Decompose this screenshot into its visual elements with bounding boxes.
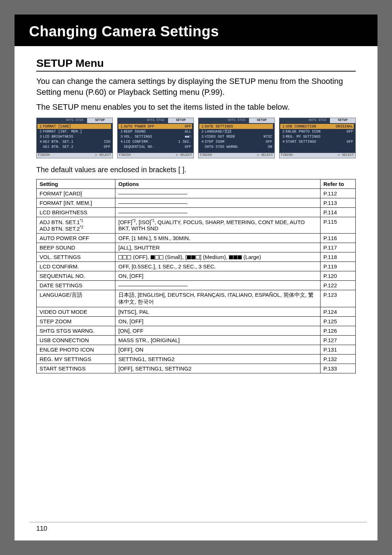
cell-setting: FORMAT [INT. MEM.]: [37, 198, 115, 207]
cell-refer: P.132: [320, 354, 356, 364]
screenshot-tab: SHTG STGS: [143, 118, 168, 123]
cell-setting: REG. MY SETTINGS: [37, 354, 115, 364]
cell-options: MASS STR., [ORIGINAL]: [115, 335, 320, 345]
cell-options: [OFF], ON: [115, 345, 320, 354]
table-row: SEQUENTIAL NO.ON, [OFF]P.120: [37, 271, 356, 280]
cell-setting: SHTG STGS WARNG.: [37, 326, 115, 335]
table-row: FORMAT [CARD]P.112: [37, 189, 356, 198]
screenshot-tab: [279, 118, 305, 123]
cell-refer: P.120: [320, 271, 356, 280]
intro-paragraph-1: You can change the camera settings by di…: [36, 76, 356, 97]
screenshot-menu-row: ADJ BTN. SET.2OFF: [37, 144, 111, 149]
cell-options: [OFF], SETTING1, SETTING2: [115, 364, 320, 373]
chapter-title: Changing Camera Settings: [29, 23, 363, 40]
cell-options: ON, [OFF]: [115, 271, 320, 280]
footer-rule: [29, 522, 367, 522]
screenshot-menu-row: SEQUENTIAL NO.OFF: [118, 144, 192, 149]
cell-refer: P.118: [320, 252, 356, 262]
cell-refer: P.113: [320, 198, 356, 207]
screenshot-footer-left: FINISH: [38, 153, 50, 158]
cell-options: SETTING1, SETTING2: [115, 354, 320, 364]
screenshot-menu-row: 3VOL. SETTINGS■■□: [118, 134, 192, 139]
cell-refer: P.123: [320, 290, 356, 307]
screenshot-tab: [37, 118, 62, 123]
screenshot-menu-row: 4START SETTINGSOFF: [280, 139, 354, 144]
table-row: DATE SETTINGSP.122: [37, 280, 356, 290]
cell-refer: P.127: [320, 335, 356, 345]
table-row: LANGUAGE/言語日本語, [ENGLISH], DEUTSCH, FRAN…: [37, 290, 356, 307]
cell-refer: P.119: [320, 262, 356, 271]
table-row: REG. MY SETTINGSSETTING1, SETTING2P.132: [37, 354, 356, 364]
cell-options: OFF, [1 MIN.], 5 MIN., 30MIN.: [115, 233, 320, 243]
screenshot-tab: SHTG STGS: [305, 118, 330, 123]
cell-options: (OFF), (Small), [] (Medium), (Large): [115, 252, 320, 262]
screenshot-menu-row: 2ENLGE PHOTO ICONOFF: [280, 129, 354, 134]
table-row: ENLGE PHOTO ICON[OFF], ONP.131: [37, 345, 356, 354]
screenshot-menu-row: 1FORMAT [CARD]: [37, 124, 111, 129]
screenshot-tab: [199, 118, 224, 123]
menu-screenshot: SHTG STGSSETUP1DATE SETTINGS2LANGUAGE/言語…: [198, 118, 275, 158]
th-setting: Setting: [37, 179, 115, 189]
screenshot-footer-left: FINISH: [200, 153, 212, 158]
defaults-note: The default values are enclosed in brack…: [36, 165, 356, 175]
screenshot-footer-right: ▷ SELECT: [338, 153, 354, 158]
cell-refer: P.124: [320, 307, 356, 316]
section-title: SETUP Menu: [36, 57, 356, 72]
cell-setting: START SETTINGS: [37, 364, 115, 373]
cell-options: [115, 198, 320, 207]
cell-setting: VOL. SETTINGS: [37, 252, 115, 262]
table-row: START SETTINGS[OFF], SETTING1, SETTING2P…: [37, 364, 356, 373]
cell-setting: BEEP SOUND: [37, 243, 115, 252]
table-row: AUTO POWER OFFOFF, [1 MIN.], 5 MIN., 30M…: [37, 233, 356, 243]
screenshot-tab: [118, 118, 143, 123]
screenshot-menu-row: 4STEP ZOOMOFF: [199, 139, 273, 144]
screenshot-tab: SETUP: [330, 118, 355, 123]
cell-options: 日本語, [ENGLISH], DEUTSCH, FRANÇAIS, ITALI…: [115, 290, 320, 307]
screenshot-menu-row: 1AUTO POWER OFFOFF: [118, 124, 192, 129]
table-row: ADJ BTN. SET.1*1ADJ BTN. SET.2*2[OFF]*2,…: [37, 217, 356, 233]
cell-options: [ON], OFF: [115, 326, 320, 335]
cell-refer: P.116: [320, 233, 356, 243]
table-row: BEEP SOUND[ALL], SHUTTERP.117: [37, 243, 356, 252]
th-options: Options: [115, 179, 320, 189]
content-area: SETUP Menu You can change the camera set…: [15, 46, 377, 373]
cell-setting: LCD CONFIRM.: [37, 262, 115, 271]
cell-refer: P.125: [320, 316, 356, 326]
menu-screenshot: SHTG STGSSETUP1AUTO POWER OFFOFF2BEEP SO…: [117, 118, 194, 158]
screenshot-tab: SHTG STGS: [224, 118, 249, 123]
screenshot-menu-row: 1DATE SETTINGS: [199, 124, 273, 129]
table-row: SHTG STGS WARNG.[ON], OFFP.126: [37, 326, 356, 335]
cell-setting: LCD BRIGHTNESS: [37, 207, 115, 217]
cell-options: [115, 207, 320, 217]
chapter-header: Changing Camera Settings: [15, 15, 377, 46]
cell-setting: DATE SETTINGS: [37, 280, 115, 290]
screenshot-menu-row: 4ADJ BTN. SET.1ISO: [37, 139, 111, 144]
table-row: FORMAT [INT. MEM.]P.113: [37, 198, 356, 207]
cell-setting: STEP ZOOM: [37, 316, 115, 326]
cell-refer: P.131: [320, 345, 356, 354]
screenshot-menu-row: 3REG. MY SETTINGS: [280, 134, 354, 139]
settings-table: Setting Options Refer to FORMAT [CARD]P.…: [36, 179, 356, 373]
cell-options: ON, [OFF]: [115, 316, 320, 326]
intro-paragraph-2: The SETUP menu enables you to set the it…: [36, 102, 356, 113]
table-row: LCD BRIGHTNESSP.114: [37, 207, 356, 217]
cell-setting: AUTO POWER OFF: [37, 233, 115, 243]
table-row: LCD CONFIRM.OFF, [0.5SEC.], 1 SEC., 2 SE…: [37, 262, 356, 271]
screenshot-footer-right: ▷ SELECT: [257, 153, 273, 158]
screenshot-menu-row: 2FORMAT [INT. MEM.]: [37, 129, 111, 134]
cell-options: [NTSC], PAL: [115, 307, 320, 316]
screenshot-menu-row: 3LCD BRIGHTNESS: [37, 134, 111, 139]
cell-options: [115, 189, 320, 198]
cell-options: [115, 280, 320, 290]
cell-refer: P.115: [320, 217, 356, 233]
screenshot-tab: SETUP: [168, 118, 193, 123]
cell-setting: FORMAT [CARD]: [37, 189, 115, 198]
menu-screenshot: SHTG STGSSETUP1USB CONNECTIONORIGINAL2EN…: [279, 118, 356, 158]
cell-refer: P.122: [320, 280, 356, 290]
screenshot-footer-right: ▷ SELECT: [176, 153, 192, 158]
cell-options: [ALL], SHUTTER: [115, 243, 320, 252]
table-row: STEP ZOOMON, [OFF]P.125: [37, 316, 356, 326]
screenshot-tab: SETUP: [87, 118, 113, 123]
screenshot-tab: SHTG STGS: [62, 118, 87, 123]
screenshot-menu-row: 2BEEP SOUNDALL: [118, 129, 192, 134]
